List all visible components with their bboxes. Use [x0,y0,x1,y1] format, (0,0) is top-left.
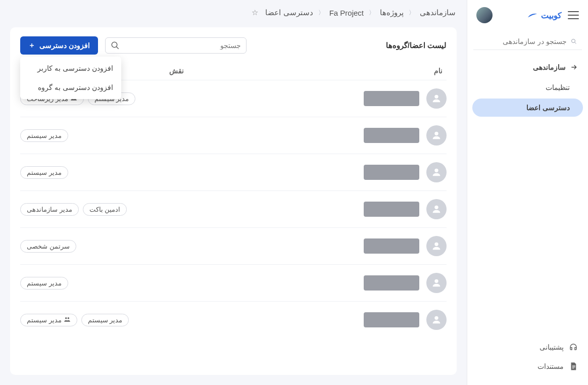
sidebar-search[interactable] [473,33,582,50]
table-row[interactable]: سرتمن شخصی [20,227,447,264]
svg-point-15 [434,316,438,320]
member-name-redacted [364,165,419,180]
crumb-1[interactable]: پروژه‌ها [380,8,404,17]
sidebar: کوبیت سازماندهی تنظیماتدسترسی اعضا پشتیب… [467,0,588,385]
table-row[interactable]: مدیر سازماندهیادمین باکت [20,190,447,227]
user-avatar[interactable] [476,7,493,23]
person-icon [431,277,442,288]
role-label: مدیر سیستم [27,316,62,324]
role-chip[interactable]: ادمین باکت [83,203,127,216]
member-avatar [426,162,447,182]
person-icon [431,240,442,252]
svg-point-10 [434,132,438,135]
dropdown-add-user[interactable]: افزودن دسترسی به کاربر [20,59,121,78]
svg-rect-2 [572,366,575,366]
member-avatar [426,236,447,256]
table-row[interactable]: مدیر سیستممدیر سیستم [20,301,447,338]
svg-point-7 [434,95,438,99]
member-name-redacted [364,91,419,106]
brand-name: کوبیت [541,11,562,20]
sidebar-search-input[interactable] [478,37,567,45]
roles: مدیر سازماندهیادمین باکت [20,203,127,216]
plus-icon: ＋ [28,41,35,50]
crumb-2[interactable]: Fa Project [329,9,364,17]
person-icon [431,93,442,104]
svg-point-12 [434,206,438,209]
dropdown-add-group[interactable]: افزودن دسترسی به گروه [20,78,121,97]
group-icon [64,316,71,323]
svg-rect-3 [572,367,575,367]
nav-head-label: سازماندهی [533,63,566,71]
role-chip[interactable]: مدیر سازماندهی [20,203,79,216]
role-chip[interactable]: مدیر سیستم [20,129,68,142]
role-chip[interactable]: مدیر سیستم [20,166,68,179]
sidebar-bottom: پشتیبانی مستندات [467,334,588,385]
roles: سرتمن شخصی [20,240,76,253]
svg-line-1 [575,42,576,44]
search-icon [111,41,120,50]
menu-icon[interactable] [568,11,579,19]
role-label: مدیر سیستم [88,316,123,324]
sidebar-item-0[interactable]: تنظیمات [467,77,588,98]
docs-label: مستندات [537,362,564,370]
crumb-3[interactable]: دسترسی اعضا [265,8,313,17]
add-access-button[interactable]: افزودن دسترسی ＋ [20,36,98,55]
member-name-redacted [364,128,419,143]
person-icon [431,130,442,141]
star-icon[interactable]: ☆ [252,8,258,17]
breadcrumb: سازماندهی 〈 پروژه‌ها 〈 Fa Project 〈 دستر… [0,0,467,22]
main: سازماندهی 〈 پروژه‌ها 〈 Fa Project 〈 دستر… [0,0,467,385]
role-label: سرتمن شخصی [27,243,70,250]
search-icon [571,37,577,45]
person-icon [431,204,442,215]
role-label: مدیر سیستم [27,132,62,139]
role-label: مدیر سیستم [27,169,62,176]
arrow-right-icon [570,63,578,71]
roles: مدیر سیستممدیر سیستم [20,314,129,326]
sidebar-header: کوبیت [467,0,588,30]
add-access-dropdown: افزودن دسترسی به کاربر افزودن دسترسی به … [20,57,121,99]
crumb-0[interactable]: سازماندهی [420,8,456,17]
searchbox[interactable] [105,37,247,54]
nav-head[interactable]: سازماندهی [467,57,588,77]
role-chip[interactable]: مدیر سیستم [20,277,68,290]
support-label: پشتیبانی [540,343,564,351]
panel-title: لیست اعضا/گروه‌ها [386,41,447,50]
doc-icon [569,362,578,371]
member-avatar [426,88,447,109]
sidebar-item-1[interactable]: دسترسی اعضا [472,99,583,117]
docs-link[interactable]: مستندات [467,357,588,376]
table-row[interactable]: مدیر سیستم [20,154,447,190]
panel-head: لیست اعضا/گروه‌ها افزودن دسترسی ＋ [20,36,447,55]
support-link[interactable]: پشتیبانی [467,338,588,357]
svg-point-14 [434,279,438,283]
roles: مدیر سیستم [20,277,68,290]
svg-point-5 [112,42,117,47]
role-chip[interactable]: مدیر سیستم [81,314,129,326]
member-avatar [426,125,447,146]
svg-line-6 [116,46,119,49]
member-name-redacted [364,312,419,327]
headset-icon [569,343,578,352]
table-row[interactable]: مدیر سیستم [20,117,447,154]
svg-point-13 [434,243,438,246]
person-icon [431,314,442,325]
member-name-redacted [364,202,419,217]
svg-point-16 [65,317,67,319]
add-button-label: افزودن دسترسی [39,41,90,50]
sidebar-item-label: دسترسی اعضا [526,104,570,112]
svg-point-17 [67,317,69,319]
role-chip[interactable]: مدیر سیستم [20,314,77,326]
svg-point-0 [572,39,575,43]
brand[interactable]: کوبیت [527,11,562,20]
role-label: مدیر سازماندهی [27,206,72,213]
member-avatar [426,199,447,219]
svg-rect-4 [572,368,574,368]
member-name-redacted [364,275,419,291]
svg-point-11 [434,169,438,172]
table-row[interactable]: مدیر سیستم [20,264,447,301]
search-input[interactable] [123,41,241,50]
roles: مدیر سیستم [20,129,68,142]
role-chip[interactable]: سرتمن شخصی [20,240,76,253]
roles: مدیر سیستم [20,166,68,179]
